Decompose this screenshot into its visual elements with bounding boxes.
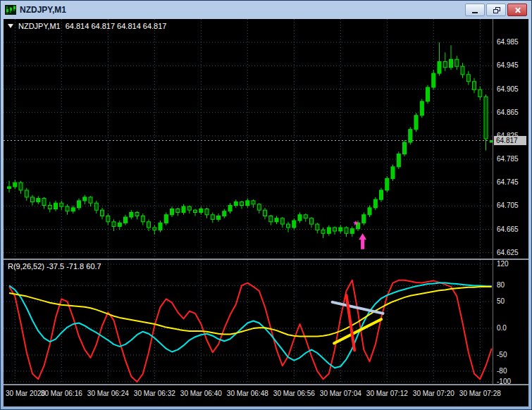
trendline-annotation-3[interactable] — [347, 295, 355, 350]
star-annotation[interactable]: ★ — [352, 219, 359, 227]
indicator-scale[interactable]: 12080500.0-50-80-100 — [493, 260, 528, 384]
indicator-axis-label: -80 — [497, 367, 507, 375]
time-axis-label: 30 Mar 07:04 — [320, 390, 361, 397]
indicator-axis-label: 120 — [497, 260, 509, 268]
chart-area: ★ 64.98564.94564.90564.86564.82564.78564… — [4, 19, 528, 406]
close-icon — [514, 7, 521, 13]
minimize-icon — [472, 6, 478, 13]
time-axis-label: 30 Mar 06:32 — [134, 390, 175, 397]
price-axis-label: 64.665 — [497, 225, 519, 233]
time-axis-label: 30 Mar 06:48 — [227, 390, 268, 397]
time-axis-label: 30 Mar 06:40 — [180, 390, 222, 397]
price-axis-label: 64.985 — [497, 38, 519, 46]
info-symbol: NZDJPY,M1 — [18, 22, 61, 30]
main-chart-canvas[interactable]: ★ — [4, 19, 493, 259]
indicator-canvas[interactable] — [4, 260, 493, 384]
ohlc-info: NZDJPY,M1 64.814 64.817 64.814 64.817 — [8, 22, 166, 30]
oscillator-line-fast — [9, 280, 492, 382]
time-axis-label: 30 Mar 07:20 — [413, 390, 454, 397]
oscillator-line-slow — [9, 287, 492, 337]
indicator-axis-label: 50 — [497, 297, 505, 305]
time-axis-label: 30 Mar 06:16 — [41, 390, 82, 397]
time-axis-label: 30 Mar 06:24 — [87, 390, 129, 397]
indicator-axis-label: 80 — [497, 281, 505, 289]
time-axis-label: 30 Mar 07:12 — [366, 390, 408, 397]
time-axis-label: 30 Mar 06:56 — [273, 390, 315, 397]
price-axis-label: 64.745 — [497, 178, 519, 186]
price-axis-label: 64.945 — [497, 61, 519, 69]
price-axis-label: 64.905 — [497, 85, 519, 93]
time-axis-label: 30 Mar 07:28 — [459, 390, 501, 397]
price-axis-label: 64.625 — [497, 249, 519, 256]
price-axis-label: 64.785 — [497, 155, 519, 163]
window-controls — [465, 4, 527, 16]
window-title: NZDJPY,M1 — [20, 5, 462, 15]
restore-button[interactable] — [486, 4, 506, 16]
chart-icon — [5, 5, 16, 15]
title-bar[interactable]: NZDJPY,M1 — [4, 1, 528, 19]
price-axis-label: 64.705 — [497, 201, 519, 209]
indicator-axis-label: 0.0 — [497, 324, 507, 332]
close-button[interactable] — [507, 4, 527, 16]
buy-arrow-annotation[interactable] — [359, 233, 366, 249]
time-axis-label: 30 Mar 2020 — [6, 390, 45, 397]
time-scale[interactable]: 30 Mar 202030 Mar 06:1630 Mar 06:2430 Ma… — [4, 385, 528, 406]
indicator-label: R(9,26,52) -37.5 -71.8 60.7 — [8, 262, 101, 271]
price-axis-label: 64.865 — [497, 108, 519, 116]
symbol-dropdown-icon — [8, 24, 13, 28]
chart-window: NZDJPY,M1 ★ 64.98564.94564.90564.86564.8… — [0, 0, 532, 410]
indicator-axis-label: -50 — [497, 351, 507, 359]
info-ohlc: 64.814 64.817 64.814 64.817 — [66, 22, 167, 30]
minimize-button[interactable] — [465, 4, 485, 16]
current-price-tag: 64.817 — [494, 136, 526, 145]
oscillator-line-medium — [9, 283, 492, 368]
restore-icon — [493, 7, 500, 13]
